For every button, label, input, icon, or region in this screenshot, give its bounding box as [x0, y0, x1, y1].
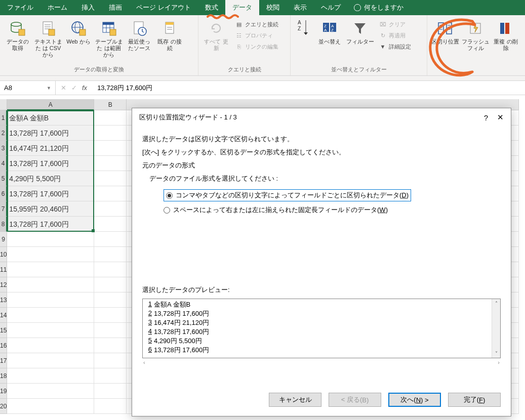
- finish-button[interactable]: 完了(F): [448, 393, 501, 407]
- cell[interactable]: [94, 232, 127, 247]
- row-header[interactable]: 9: [0, 232, 7, 247]
- from-web-button[interactable]: Web から: [64, 17, 93, 45]
- scroll-down-icon[interactable]: ˅: [492, 349, 500, 358]
- from-text-csv-button[interactable]: テキストまた は CSV から: [33, 17, 63, 59]
- cell[interactable]: [94, 292, 127, 308]
- row-header[interactable]: 5: [0, 171, 7, 186]
- cell[interactable]: [7, 262, 94, 277]
- scroll-up-icon[interactable]: ˄: [492, 299, 500, 308]
- cell[interactable]: [7, 338, 94, 353]
- cell[interactable]: [94, 368, 127, 384]
- cell[interactable]: [7, 277, 94, 292]
- existing-connections-button[interactable]: 既存 の接続: [155, 17, 184, 52]
- dialog-close-button[interactable]: ✕: [497, 113, 504, 122]
- cell[interactable]: 13,728円 17,600円: [7, 217, 94, 232]
- cell[interactable]: [94, 262, 127, 277]
- sort-button[interactable]: ZAAZ 並べ替え: [315, 17, 344, 45]
- tab-review[interactable]: 校閲: [259, 0, 287, 15]
- advanced-filter-button[interactable]: ▼詳細設定: [377, 41, 413, 52]
- cell[interactable]: [7, 353, 94, 368]
- tab-file[interactable]: ファイル: [0, 0, 41, 15]
- cell[interactable]: [7, 368, 94, 384]
- column-header-a[interactable]: A: [7, 99, 94, 110]
- formula-input[interactable]: 13,728円 17,600円: [92, 83, 525, 93]
- clear-filter-button[interactable]: ⌧クリア: [377, 19, 413, 29]
- get-data-button[interactable]: データの 取得: [3, 17, 32, 52]
- cell[interactable]: [7, 232, 94, 247]
- remove-duplicates-button[interactable]: 重複 の削除: [491, 17, 520, 52]
- row-header[interactable]: 20: [0, 399, 7, 414]
- preview-scrollbar-horizontal[interactable]: ‹ ›: [142, 359, 501, 368]
- cell[interactable]: 15,959円 20,460円: [7, 201, 94, 217]
- next-button[interactable]: 次へ(N) >: [388, 393, 441, 407]
- row-header[interactable]: 19: [0, 384, 7, 399]
- tab-pagelayout[interactable]: ページ レイアウト: [129, 0, 198, 15]
- cell[interactable]: [94, 399, 127, 414]
- tab-view[interactable]: 表示: [287, 0, 314, 15]
- edit-links-button[interactable]: ⎘リンクの編集: [233, 41, 280, 52]
- name-box[interactable]: A8 ▼: [0, 81, 56, 95]
- tab-formulas[interactable]: 数式: [198, 0, 225, 15]
- cell[interactable]: [7, 399, 94, 414]
- row-header[interactable]: 18: [0, 368, 7, 384]
- sort-az-button[interactable]: AZ: [294, 17, 314, 36]
- row-header[interactable]: 14: [0, 308, 7, 323]
- cell[interactable]: [7, 384, 94, 399]
- reapply-button[interactable]: ↻再適用: [377, 30, 413, 40]
- column-header-b[interactable]: B: [94, 99, 127, 110]
- row-header[interactable]: 12: [0, 277, 7, 292]
- cell[interactable]: [94, 277, 127, 292]
- recent-sources-button[interactable]: 最近使っ たソース: [125, 17, 154, 52]
- preview-scrollbar-vertical[interactable]: ˄ ˅: [492, 299, 500, 358]
- cell[interactable]: 13,728円 17,600円: [7, 186, 94, 201]
- radio-delimited[interactable]: コンマやタブなどの区切り文字によってフィールドごとに区切られたデータ(D): [164, 189, 411, 201]
- cell[interactable]: [94, 308, 127, 323]
- from-table-range-button[interactable]: テーブルまた は範囲から: [94, 17, 124, 59]
- dialog-help-button[interactable]: ?: [484, 113, 488, 122]
- cell[interactable]: [94, 171, 127, 186]
- flash-fill-button[interactable]: フラッシュ フィル: [461, 17, 490, 52]
- cell[interactable]: [94, 186, 127, 201]
- cell[interactable]: [94, 247, 127, 262]
- row-header[interactable]: 1: [0, 110, 7, 125]
- row-header[interactable]: 2: [0, 125, 7, 141]
- row-header[interactable]: 4: [0, 156, 7, 171]
- cell[interactable]: [7, 292, 94, 308]
- tab-insert[interactable]: 挿入: [74, 0, 102, 15]
- row-header[interactable]: 6: [0, 186, 7, 201]
- cell[interactable]: 13,728円 17,600円: [7, 156, 94, 171]
- dialog-titlebar[interactable]: 区切り位置指定ウィザード - 1 / 3 ? ✕: [132, 108, 511, 127]
- back-button[interactable]: < 戻る(B): [329, 393, 381, 407]
- scroll-right-icon[interactable]: ›: [498, 359, 500, 368]
- cell[interactable]: [94, 141, 127, 156]
- filter-button[interactable]: フィルター: [345, 17, 375, 45]
- cell[interactable]: [94, 110, 127, 125]
- cell[interactable]: [7, 308, 94, 323]
- cancel-formula-icon[interactable]: ✕: [61, 84, 66, 92]
- fx-icon[interactable]: fx: [82, 84, 87, 92]
- tab-draw[interactable]: 描画: [102, 0, 129, 15]
- properties-button[interactable]: ☷プロパティ: [233, 30, 280, 40]
- radio-fixed-width[interactable]: スペースによって右または左に揃えられた固定長フィールドのデータ(W): [164, 205, 501, 215]
- row-header[interactable]: 13: [0, 292, 7, 308]
- text-to-columns-button[interactable]: 区切り位置: [430, 17, 460, 45]
- tell-me[interactable]: 何をしますか: [348, 0, 410, 15]
- row-header[interactable]: 15: [0, 323, 7, 338]
- row-header[interactable]: 3: [0, 141, 7, 156]
- cell[interactable]: [94, 201, 127, 217]
- scroll-left-icon[interactable]: ‹: [143, 359, 145, 368]
- cell[interactable]: [7, 323, 94, 338]
- row-header[interactable]: 11: [0, 262, 7, 277]
- row-header[interactable]: 7: [0, 201, 7, 217]
- refresh-all-button[interactable]: すべて 更新: [201, 17, 231, 52]
- queries-connections-button[interactable]: ▤クエリと接続: [233, 19, 280, 29]
- cell[interactable]: 16,474円 21,120円: [7, 141, 94, 156]
- cell[interactable]: 金額A 金額B: [7, 110, 94, 125]
- row-header[interactable]: 16: [0, 338, 7, 353]
- enter-formula-icon[interactable]: ✓: [71, 84, 77, 92]
- cell[interactable]: [94, 217, 127, 232]
- cell[interactable]: [7, 247, 94, 262]
- cell[interactable]: [94, 156, 127, 171]
- cell[interactable]: [94, 323, 127, 338]
- cell[interactable]: [94, 125, 127, 141]
